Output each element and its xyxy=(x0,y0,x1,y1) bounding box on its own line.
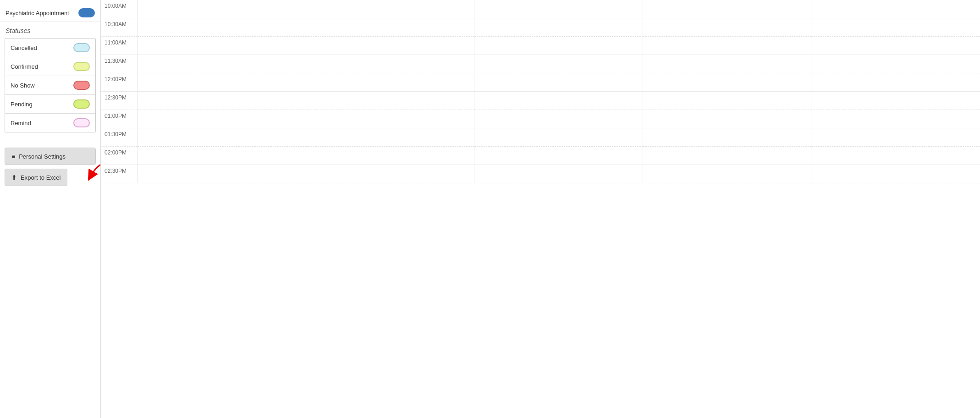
cal-cell[interactable] xyxy=(474,18,643,37)
cal-cell[interactable] xyxy=(306,165,475,183)
time-cell-1230pm: 12:30PM xyxy=(101,92,138,110)
cal-cell[interactable] xyxy=(643,55,812,73)
cal-cell[interactable] xyxy=(306,147,475,165)
status-label-confirmed: Confirmed xyxy=(11,63,38,70)
status-color-noshow xyxy=(73,81,90,90)
cal-cell[interactable] xyxy=(474,55,643,73)
status-color-pending xyxy=(73,99,90,109)
cal-cell[interactable] xyxy=(306,110,475,128)
export-excel-container: ⬆ Export to Excel xyxy=(5,169,96,186)
cal-cell[interactable] xyxy=(811,110,980,128)
calendar-area: 10:00AM10:30AM11:00AM11:30AM12:00PM12:30… xyxy=(101,0,980,418)
cal-cell[interactable] xyxy=(306,0,475,18)
time-label: 10:00AM xyxy=(105,3,127,9)
appointment-type-label: Psychiatric Appointment xyxy=(6,10,69,16)
time-label: 02:30PM xyxy=(105,168,127,174)
cal-cell[interactable] xyxy=(643,37,812,55)
time-cell-0100pm: 01:00PM xyxy=(101,110,138,128)
time-label: 01:30PM xyxy=(105,131,127,138)
cal-cell[interactable] xyxy=(474,165,643,183)
time-cell-1100am: 11:00AM xyxy=(101,37,138,55)
time-label: 02:00PM xyxy=(105,149,127,156)
time-label: 01:00PM xyxy=(105,113,127,119)
status-color-remind xyxy=(73,118,90,127)
time-cell-1130am: 11:30AM xyxy=(101,55,138,73)
cal-cell[interactable] xyxy=(138,18,306,37)
cal-cell[interactable] xyxy=(811,165,980,183)
cal-cell[interactable] xyxy=(643,110,812,128)
personal-settings-icon: ≡ xyxy=(11,153,15,160)
cal-cell[interactable] xyxy=(306,128,475,147)
status-color-cancelled xyxy=(73,43,90,52)
calendar-grid: 10:00AM10:30AM11:00AM11:30AM12:00PM12:30… xyxy=(101,0,980,183)
cal-cell[interactable] xyxy=(306,37,475,55)
cal-cell[interactable] xyxy=(811,92,980,110)
status-row-remind: Remind xyxy=(5,114,95,132)
cal-cell[interactable] xyxy=(643,18,812,37)
statuses-table: Cancelled Confirmed No Show Pending Remi… xyxy=(5,38,96,132)
cal-cell[interactable] xyxy=(306,92,475,110)
time-label: 10:30AM xyxy=(105,21,127,28)
cal-cell[interactable] xyxy=(138,147,306,165)
status-row-pending: Pending xyxy=(5,95,95,114)
appointment-type-color-pill xyxy=(78,8,95,17)
status-color-confirmed xyxy=(73,62,90,71)
export-excel-button[interactable]: ⬆ Export to Excel xyxy=(5,169,67,186)
cal-cell[interactable] xyxy=(643,0,812,18)
sidebar: Psychiatric Appointment Statuses Cancell… xyxy=(0,0,101,418)
status-label-cancelled: Cancelled xyxy=(11,44,37,51)
cal-cell[interactable] xyxy=(643,128,812,147)
status-label-pending: Pending xyxy=(11,101,33,108)
personal-settings-label: Personal Settings xyxy=(19,153,66,160)
cal-cell[interactable] xyxy=(474,92,643,110)
cal-cell[interactable] xyxy=(643,147,812,165)
cal-cell[interactable] xyxy=(811,0,980,18)
time-label: 12:00PM xyxy=(105,76,127,82)
cal-cell[interactable] xyxy=(138,55,306,73)
time-cell-0200pm: 02:00PM xyxy=(101,147,138,165)
cal-cell[interactable] xyxy=(306,18,475,37)
cal-cell[interactable] xyxy=(811,128,980,147)
cal-cell[interactable] xyxy=(306,73,475,92)
cal-cell[interactable] xyxy=(811,55,980,73)
cal-cell[interactable] xyxy=(811,147,980,165)
time-label: 11:30AM xyxy=(105,58,127,64)
status-label-noshow: No Show xyxy=(11,82,35,89)
cal-cell[interactable] xyxy=(138,37,306,55)
cal-cell[interactable] xyxy=(474,147,643,165)
cal-cell[interactable] xyxy=(138,128,306,147)
time-cell-1030am: 10:30AM xyxy=(101,18,138,37)
time-cell-1200pm: 12:00PM xyxy=(101,73,138,92)
cal-cell[interactable] xyxy=(138,110,306,128)
cal-cell[interactable] xyxy=(474,0,643,18)
cal-cell[interactable] xyxy=(811,18,980,37)
cal-cell[interactable] xyxy=(643,165,812,183)
status-label-remind: Remind xyxy=(11,120,31,126)
status-row-cancelled: Cancelled xyxy=(5,38,95,57)
cal-cell[interactable] xyxy=(306,55,475,73)
appointment-type-row: Psychiatric Appointment xyxy=(0,5,100,22)
cal-cell[interactable] xyxy=(643,92,812,110)
cal-cell[interactable] xyxy=(138,73,306,92)
cal-cell[interactable] xyxy=(138,165,306,183)
cal-cell[interactable] xyxy=(811,73,980,92)
export-excel-icon: ⬆ xyxy=(11,174,17,181)
status-row-noshow: No Show xyxy=(5,76,95,95)
time-label: 11:00AM xyxy=(105,39,127,46)
status-row-confirmed: Confirmed xyxy=(5,57,95,76)
cal-cell[interactable] xyxy=(474,110,643,128)
cal-cell[interactable] xyxy=(138,0,306,18)
sidebar-divider xyxy=(5,140,96,140)
cal-cell[interactable] xyxy=(643,73,812,92)
cal-cell[interactable] xyxy=(474,37,643,55)
cal-cell[interactable] xyxy=(474,73,643,92)
export-excel-label: Export to Excel xyxy=(21,174,61,181)
statuses-heading: Statuses xyxy=(0,22,100,38)
cal-cell[interactable] xyxy=(811,37,980,55)
cal-cell[interactable] xyxy=(474,128,643,147)
time-cell-1000am: 10:00AM xyxy=(101,0,138,18)
time-label: 12:30PM xyxy=(105,94,127,101)
cal-cell[interactable] xyxy=(138,92,306,110)
personal-settings-button[interactable]: ≡ Personal Settings xyxy=(5,148,96,165)
sidebar-buttons: ≡ Personal Settings ⬆ Export to Excel xyxy=(0,148,100,186)
